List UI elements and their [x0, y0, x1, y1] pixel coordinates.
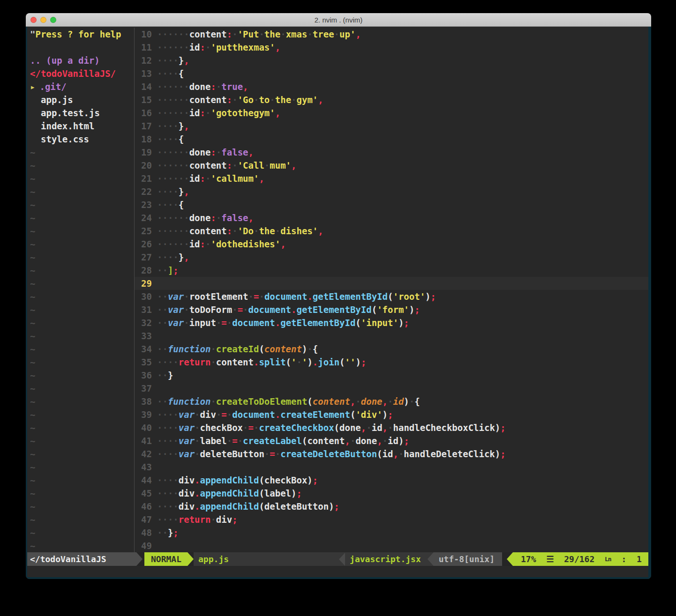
code-line-49[interactable]: 49	[135, 539, 648, 552]
sidebar-item-.git-[interactable]: ▸.git/	[27, 80, 134, 93]
code-line-29[interactable]: 29	[135, 277, 648, 290]
code-line-10[interactable]: 10······content:·'Put·the·xmas·tree·up',	[135, 28, 648, 41]
code-line-47[interactable]: 47····return·div;	[135, 513, 648, 526]
dir-expand-arrow-icon[interactable]: ▸	[30, 82, 35, 92]
code-text: ····div.appendChild(label);	[157, 487, 302, 500]
empty-buffer-tilde: ~	[27, 382, 134, 395]
terminal-window: 2. nvim . (nvim) "Press ? for help .. (u…	[26, 13, 651, 579]
sidebar-item-label: index.html	[41, 121, 94, 131]
line-number: 25	[135, 224, 157, 237]
blank-line	[27, 41, 134, 54]
sidebar-item-..-up-a-dir-[interactable]: .. (up a dir)	[27, 54, 134, 67]
code-line-32[interactable]: 32··var·input·=·document.getElementById(…	[135, 316, 648, 329]
empty-buffer-tilde: ~	[27, 369, 134, 382]
sidebar-item--todovanillajs-[interactable]: </todoVanillaJS/	[27, 67, 134, 80]
line-number: 35	[135, 356, 157, 369]
code-line-21[interactable]: 21······id:·'callmum',	[135, 172, 648, 185]
line-number: 39	[135, 408, 157, 421]
line-number: 46	[135, 500, 157, 513]
code-line-22[interactable]: 22····},	[135, 185, 648, 198]
line-number: 17	[135, 119, 157, 133]
scroll-percent: 17%	[521, 552, 536, 566]
code-line-44[interactable]: 44····div.appendChild(checkBox);	[135, 474, 648, 487]
code-line-27[interactable]: 27····},	[135, 251, 648, 264]
sidebar-item-label: .git/	[39, 82, 66, 92]
code-line-19[interactable]: 19······done:·false,	[135, 146, 648, 159]
line-number: 42	[135, 447, 157, 460]
code-line-25[interactable]: 25······content:·'Do·the·dishes',	[135, 224, 648, 237]
code-line-43[interactable]: 43	[135, 460, 648, 474]
code-line-28[interactable]: 28··];	[135, 264, 648, 277]
empty-buffer-tilde: ~	[27, 329, 134, 342]
code-text: ····},	[157, 119, 189, 133]
code-line-48[interactable]: 48··};	[135, 526, 648, 539]
empty-buffer-tilde: ~	[27, 474, 134, 487]
empty-buffer-tilde: ~	[27, 237, 134, 251]
code-line-41[interactable]: 41····var·label·=·createLabel(content,·d…	[135, 434, 648, 447]
sidebar-item-style.css[interactable]: style.css	[27, 133, 134, 146]
line-number: 16	[135, 106, 157, 119]
code-line-35[interactable]: 35····return·content.split('·').join('')…	[135, 356, 648, 369]
code-line-33[interactable]: 33	[135, 329, 648, 342]
sidebar-list: .. (up a dir)</todoVanillaJS/▸.git/app.j…	[27, 54, 134, 552]
code-line-38[interactable]: 38··function·createToDoElement(content,·…	[135, 395, 648, 408]
line-number: 30	[135, 290, 157, 303]
code-line-14[interactable]: 14······done:·true,	[135, 80, 648, 93]
code-line-39[interactable]: 39····var·div·=·document.createElement('…	[135, 408, 648, 421]
code-line-16[interactable]: 16······id:·'gotothegym',	[135, 106, 648, 119]
command-line[interactable]	[27, 566, 648, 577]
code-text: ······content:·'Call·mum',	[157, 159, 297, 172]
empty-buffer-tilde: ~	[27, 303, 134, 316]
code-text: ··var·input·=·document.getElementById('i…	[157, 316, 409, 329]
code-line-36[interactable]: 36··}	[135, 369, 648, 382]
code-line-20[interactable]: 20······content:·'Call·mum',	[135, 159, 648, 172]
window-title: 2. nvim . (nvim)	[26, 16, 651, 24]
line-number: 28	[135, 264, 157, 277]
code-line-15[interactable]: 15······content:·'Go·to·the·gym',	[135, 93, 648, 106]
line-number: 38	[135, 395, 157, 408]
code-line-34[interactable]: 34··function·createId(content)·{	[135, 342, 648, 356]
sidebar-item-app.test.js[interactable]: app.test.js	[27, 106, 134, 119]
code-line-30[interactable]: 30··var·rootElement·=·document.getElemen…	[135, 290, 648, 303]
empty-buffer-tilde: ~	[27, 185, 134, 198]
statusline-filename: app.js	[198, 552, 229, 566]
nerdtree-sidebar[interactable]: "Press ? for help .. (up a dir)</todoVan…	[27, 28, 135, 552]
code-line-17[interactable]: 17····},	[135, 119, 648, 133]
code-line-40[interactable]: 40····var·checkBox·=·createCheckbox(done…	[135, 421, 648, 434]
code-text: ····var·div·=·document.createElement('di…	[157, 408, 393, 421]
code-text: ····div.appendChild(checkBox);	[157, 474, 318, 487]
code-line-31[interactable]: 31··var·toDoForm·=·document.getElementBy…	[135, 303, 648, 316]
code-line-24[interactable]: 24······done:·false,	[135, 211, 648, 224]
code-line-26[interactable]: 26······id:·'dothedishes',	[135, 237, 648, 251]
line-number: 23	[135, 198, 157, 211]
code-line-45[interactable]: 45····div.appendChild(label);	[135, 487, 648, 500]
line-number: 26	[135, 237, 157, 251]
code-text: ····},	[157, 185, 189, 198]
line-number: 10	[135, 28, 157, 41]
code-line-12[interactable]: 12····},	[135, 54, 648, 67]
line-number: 45	[135, 487, 157, 500]
empty-buffer-tilde: ~	[27, 434, 134, 447]
code-line-42[interactable]: 42····var·deleteButton·=·createDeleteBut…	[135, 447, 648, 460]
code-line-18[interactable]: 18····{	[135, 133, 648, 146]
code-text: ··function·createToDoElement(content,·do…	[157, 395, 420, 408]
code-line-37[interactable]: 37	[135, 382, 648, 395]
titlebar[interactable]: 2. nvim . (nvim)	[26, 13, 651, 27]
code-line-23[interactable]: 23····{	[135, 198, 648, 211]
code-line-46[interactable]: 46····div.appendChild(deleteButton);	[135, 500, 648, 513]
sidebar-item-app.js[interactable]: app.js	[27, 93, 134, 106]
line-number: 14	[135, 80, 157, 93]
code-line-13[interactable]: 13····{	[135, 67, 648, 80]
line-number: 20	[135, 159, 157, 172]
editor-buffer[interactable]: 10······content:·'Put·the·xmas·tree·up',…	[135, 28, 648, 552]
code-text: ······id:·'callmum',	[157, 172, 264, 185]
line-number: 15	[135, 93, 157, 106]
empty-buffer-tilde: ~	[27, 447, 134, 460]
line-number: 27	[135, 251, 157, 264]
code-line-11[interactable]: 11······id:·'putthexmas',	[135, 41, 648, 54]
code-text: ······content:·'Do·the·dishes',	[157, 224, 323, 237]
sidebar-item-index.html[interactable]: index.html	[27, 119, 134, 133]
line-number: 49	[135, 539, 157, 552]
line-number: 24	[135, 211, 157, 224]
empty-buffer-tilde: ~	[27, 224, 134, 237]
